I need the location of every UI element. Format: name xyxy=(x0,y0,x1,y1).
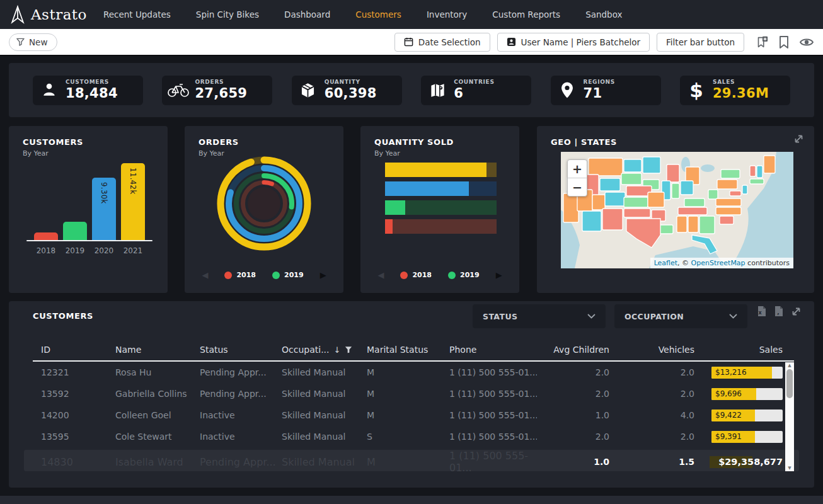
legend-prev-icon[interactable]: ◀ xyxy=(377,271,384,279)
nav-item-recent-updates[interactable]: Recent Updates xyxy=(103,9,171,20)
bar-value-label: 9.30k xyxy=(100,182,108,204)
bicycle-icon xyxy=(167,83,190,98)
x-axis-line xyxy=(26,240,153,241)
user-name-button[interactable]: User Name | Piers Batchelor xyxy=(497,33,650,52)
legend-dot-green xyxy=(448,272,456,279)
table-row[interactable]: 12321 Rosa Hu Pending Appr... Skilled Ma… xyxy=(33,362,783,383)
legend-item-2019[interactable]: 2019 xyxy=(272,271,304,279)
legend-item-2018[interactable]: 2018 xyxy=(224,271,256,279)
col-occupation[interactable]: Occupati... ↓ xyxy=(282,345,367,355)
zoom-out-button[interactable]: − xyxy=(568,178,587,196)
col-status[interactable]: Status xyxy=(200,345,282,355)
bar-2018[interactable] xyxy=(34,232,58,240)
kpi-label: QUANTITY xyxy=(325,79,377,86)
col-id[interactable]: ID xyxy=(33,345,115,355)
scrollbar-thumb[interactable] xyxy=(786,369,793,398)
legend-item-2019[interactable]: 2019 xyxy=(448,271,480,279)
kpi-customers: CUSTOMERS18,484 xyxy=(33,76,143,105)
openstreetmap-link[interactable]: OpenStreetMap xyxy=(691,259,745,267)
date-selection-button[interactable]: Date Selection xyxy=(394,33,490,52)
hbar-2020[interactable] xyxy=(385,181,497,196)
eye-icon[interactable] xyxy=(799,37,814,48)
kpi-value: 18,484 xyxy=(66,86,118,101)
hbar-chart-plot xyxy=(385,163,497,238)
kpi-label: CUSTOMERS xyxy=(66,79,118,86)
bar-2020[interactable]: 9.30k xyxy=(92,178,116,240)
chart-legend: ◀ 2018 2019 ▶ xyxy=(360,271,519,279)
person-icon xyxy=(41,82,57,98)
kpi-countries: COUNTRIES6 xyxy=(421,76,531,105)
col-name[interactable]: Name xyxy=(115,345,200,355)
bar-chart-plot: 9.30k11.42k xyxy=(32,161,147,240)
table-totals-row: 14830 Isabella Ward Pending Appr... Skil… xyxy=(24,450,799,471)
nav-item-customers[interactable]: Customers xyxy=(355,9,401,20)
hbar-2018[interactable] xyxy=(385,219,497,234)
table-row[interactable]: 14200 Colleen Goel Inactive Skilled Manu… xyxy=(33,404,783,426)
bar-2021[interactable]: 11.42k xyxy=(121,163,145,240)
expand-icon[interactable] xyxy=(791,306,802,317)
hbar-2021[interactable] xyxy=(385,163,497,177)
nav-item-spin-city-bikes[interactable]: Spin City Bikes xyxy=(196,9,259,20)
bar-value-label: 11.42k xyxy=(129,168,137,195)
kpi-label: REGIONS xyxy=(584,79,615,86)
dropdown-label: OCCUPATION xyxy=(624,312,684,321)
nav-item-custom-reports[interactable]: Custom Reports xyxy=(492,9,560,20)
kpi-value: 60,398 xyxy=(325,86,377,101)
kpi-label: SALES xyxy=(713,79,769,86)
geo-states-card: GEO | STATES + − xyxy=(537,126,814,293)
legend-dot-green xyxy=(272,272,280,279)
total-vehicles: 1.5 xyxy=(609,457,694,467)
dropdown-label: STATUS xyxy=(483,312,517,321)
nav-item-sandbox[interactable]: Sandbox xyxy=(585,9,622,20)
leaflet-link[interactable]: Leaflet xyxy=(654,259,677,267)
chart-subtitle: By Year xyxy=(23,149,49,158)
chart-subtitle: By Year xyxy=(374,149,400,158)
donut-chart[interactable] xyxy=(214,154,314,253)
filter-bar-button[interactable]: Filter bar button xyxy=(657,33,744,52)
total-avg-children: 1.0 xyxy=(537,457,609,467)
new-filter-button[interactable]: New xyxy=(9,33,57,51)
col-avg-children[interactable]: Avg Children xyxy=(537,345,609,355)
sales-bar-cell: $9,422 xyxy=(694,410,783,421)
x-axis-labels: 2018 2019 2020 2021 xyxy=(32,246,147,255)
col-phone[interactable]: Phone xyxy=(449,345,537,355)
us-states-map[interactable]: + − xyxy=(561,152,793,268)
sort-desc-icon[interactable]: ↓ xyxy=(333,345,340,355)
occupation-filter-dropdown[interactable]: OCCUPATION xyxy=(614,304,747,328)
sales-bar-cell: $9,391 xyxy=(694,431,783,443)
user-badge-icon xyxy=(507,37,516,47)
legend-item-2018[interactable]: 2018 xyxy=(400,271,432,279)
zoom-in-button[interactable]: + xyxy=(568,160,587,178)
bookmark-add-icon[interactable] xyxy=(755,35,769,49)
col-sales[interactable]: Sales xyxy=(694,345,783,355)
legend-prev-icon[interactable]: ◀ xyxy=(202,271,208,279)
funnel-icon xyxy=(16,38,25,46)
map-attribution: Leaflet, © OpenStreetMap contributors xyxy=(650,258,793,268)
col-marital-status[interactable]: Marital Status xyxy=(367,345,449,355)
export-excel-icon[interactable]: x xyxy=(757,306,767,317)
scroll-down-icon[interactable]: ▼ xyxy=(788,465,791,471)
chart-title: CUSTOMERS xyxy=(23,137,83,147)
col-vehicles[interactable]: Vehicles xyxy=(609,345,694,355)
nav-item-inventory[interactable]: Inventory xyxy=(427,9,467,20)
table-row[interactable]: 13595 Cole Stewart Inactive Skilled Manu… xyxy=(33,426,783,447)
export-csv-icon[interactable]: , xyxy=(774,306,784,317)
quantity-sold-card: QUANTITY SOLD By Year ◀ 2018 2019 ▶ xyxy=(360,126,519,293)
status-filter-dropdown[interactable]: STATUS xyxy=(473,304,606,328)
kpi-orders: ORDERS27,659 xyxy=(162,76,272,105)
table-scrollbar[interactable]: ▲ ▼ xyxy=(785,362,794,471)
total-sales: $29,358,677 xyxy=(694,456,783,468)
expand-icon[interactable] xyxy=(793,134,804,144)
column-filter-icon[interactable] xyxy=(345,346,352,353)
scroll-up-icon[interactable]: ▲ xyxy=(788,362,791,369)
legend-next-icon[interactable]: ▶ xyxy=(320,271,326,279)
bar-2019[interactable] xyxy=(63,222,87,240)
bookmark-icon[interactable] xyxy=(778,35,790,49)
nav-item-dashboard[interactable]: Dashboard xyxy=(284,9,330,20)
logo-text: Astrato xyxy=(31,6,87,23)
table-row[interactable]: 13592 Gabriella Collins Pending Appr... … xyxy=(33,383,783,404)
hbar-2019[interactable] xyxy=(385,200,497,215)
legend-next-icon[interactable]: ▶ xyxy=(496,271,502,279)
astrato-logo[interactable]: Astrato xyxy=(9,4,87,25)
x-tick: 2021 xyxy=(121,246,145,255)
